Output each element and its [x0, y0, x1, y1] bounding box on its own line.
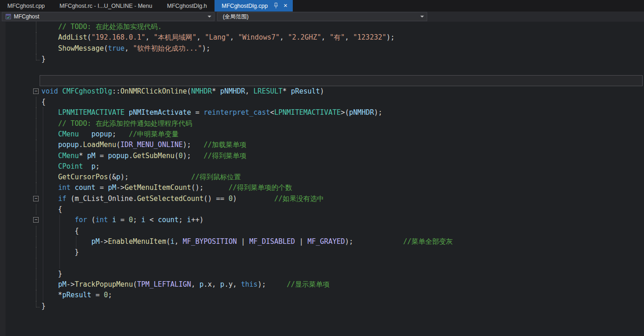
code-token-pl: = [191, 108, 203, 117]
types-dropdown[interactable]: MFCghost [2, 12, 215, 21]
code-line [0, 258, 644, 269]
outline-margin [0, 204, 41, 215]
code-text: // TODO: 在此添加控件通知处理程序代码 [41, 118, 192, 129]
chevron-down-icon [420, 16, 424, 18]
code-token-pl: , [321, 33, 330, 41]
code-token-pl: ); [202, 44, 210, 53]
code-token-pl: { [41, 227, 79, 235]
code-token-ty: CMenu [58, 152, 79, 160]
code-line: CMenu* pM = popup.GetSubMenu(0); //得到菜单项 [0, 151, 644, 161]
code-token-lv: popup [58, 141, 79, 149]
code-token-pl: ); [374, 108, 383, 117]
fold-toggle-icon[interactable]: − [33, 88, 39, 94]
members-dropdown[interactable]: (全局范围) [217, 12, 427, 21]
fold-toggle-icon[interactable]: − [33, 217, 39, 223]
document-tab[interactable]: MFCghostDlg.cpp✕ [215, 0, 293, 12]
code-token-kw: for [75, 216, 87, 224]
outline-margin [0, 322, 41, 333]
code-token-pl: * [283, 87, 291, 95]
code-line: *pResult = 0; [0, 290, 644, 301]
code-token-pl: (& [108, 173, 116, 181]
code-token-st: "192.168.0.1" [91, 33, 145, 41]
outline-line [36, 290, 36, 301]
code-token-kw: if [58, 195, 66, 203]
document-tab-label: MFCghostDlg.h [167, 3, 207, 9]
code-token-lv: count [75, 183, 95, 192]
pin-icon[interactable] [273, 2, 279, 9]
code-text: LPNMITEMACTIVATE pNMItemActivate = reint… [41, 107, 383, 118]
code-text: int count = pM->GetMenuItemCount(); //得到… [41, 183, 292, 193]
outline-margin [0, 22, 41, 32]
code-token-kw: int [95, 216, 108, 224]
outline-margin [0, 290, 41, 301]
code-token-pl: = [91, 291, 104, 299]
document-tab[interactable]: MFCghost.rc - I...U_ONLINE - Menu [52, 0, 159, 12]
code-token-pl: (); [191, 183, 228, 192]
code-line: −void CMFCghostDlg::OnNMRClickOnline(NMH… [0, 86, 644, 97]
outline-margin [0, 172, 41, 183]
code-token-ty: LRESULT [254, 87, 283, 95]
code-token-fn: TrackPopupMenu [75, 280, 133, 289]
code-token-lv: p [199, 280, 203, 289]
code-area: // TODO: 在此处添加实现代码. AddList("192.168.0.1… [0, 22, 644, 333]
code-text: pM->TrackPopupMenu(TPM_LEFTALIGN, p.x, p… [41, 279, 330, 290]
outline-margin [0, 151, 41, 161]
code-token-fn: OnNMRClickOnline [121, 87, 187, 95]
outline-margin [0, 312, 41, 322]
code-text: CMenu popup; //申明菜单变量 [41, 129, 179, 140]
close-icon[interactable]: ✕ [282, 2, 289, 9]
code-line: { [0, 204, 644, 215]
document-tab-label: MFCghostDlg.cpp [222, 3, 268, 9]
code-text: } [41, 247, 79, 258]
code-token-pl: ( [187, 87, 191, 95]
code-token-pl [108, 216, 112, 224]
code-token-pl: ; [112, 130, 129, 138]
code-line: − for (int i = 0; i < count; i++) [0, 215, 644, 225]
code-token-fn: GetCursorPos [58, 173, 108, 181]
code-text: CMenu* pM = popup.GetSubMenu(0); //得到菜单项 [41, 151, 246, 161]
code-token-ty: CMenu [58, 130, 79, 138]
code-token-fn: AddList [58, 33, 87, 41]
outline-margin [0, 140, 41, 150]
code-token-cm: //得到菜单项 [203, 152, 246, 160]
code-line: ShowMessage(true, "软件初始化成功..."); [0, 43, 644, 54]
code-token-cm: //申明菜单变量 [129, 130, 179, 138]
code-line: } [0, 269, 644, 279]
vs-editor-window: MFCghost.cppMFCghost.rc - I...U_ONLINE -… [0, 0, 644, 336]
code-token-pl [41, 195, 58, 203]
code-token-mc: MF_BYPOSITION [183, 237, 237, 246]
outline-line [36, 258, 36, 269]
code-line: // TODO: 在此处添加实现代码. [0, 22, 644, 32]
project-icon [5, 13, 12, 20]
outline-end-icon [36, 54, 40, 60]
code-token-ty: CPoint [58, 162, 83, 171]
code-token-pl: ); [183, 152, 203, 160]
code-token-cm: //得到鼠标位置 [191, 173, 241, 181]
code-editor[interactable]: // TODO: 在此处添加实现代码. AddList("192.168.0.1… [0, 22, 644, 336]
indent-guide [76, 236, 76, 248]
code-token-st: "123232" [353, 33, 386, 41]
document-tab[interactable]: MFCghost.cpp [0, 0, 52, 12]
code-token-pl: ); [345, 237, 403, 246]
code-token-lv: pNMHDR [349, 108, 374, 117]
code-token-pl: < [270, 108, 274, 117]
code-text: if (m_CList_Online.GetSelectedCount() ==… [41, 194, 324, 204]
code-text: ShowMessage(true, "软件初始化成功..."); [41, 43, 210, 54]
fold-toggle-icon[interactable]: − [33, 196, 39, 201]
code-token-pl [41, 23, 58, 31]
code-token-lv: i [112, 216, 116, 224]
code-token-pl: , [245, 87, 254, 95]
code-token-cm: //如果没有选中 [274, 195, 324, 203]
code-token-pl: } [41, 248, 79, 256]
code-token-pl: = [95, 183, 108, 192]
code-token-pl: , [125, 44, 133, 53]
outline-margin [0, 65, 41, 75]
indent-guide [59, 215, 60, 269]
code-token-mc: MF_DISABLED [249, 237, 295, 246]
code-token-pl [70, 183, 75, 192]
code-token-lv: pResult [291, 87, 320, 95]
document-tab[interactable]: MFCghostDlg.h [160, 0, 215, 12]
code-token-pl: } [41, 55, 46, 63]
code-text: GetCursorPos(&p); //得到鼠标位置 [41, 172, 241, 183]
code-token-lv: i [187, 216, 191, 224]
